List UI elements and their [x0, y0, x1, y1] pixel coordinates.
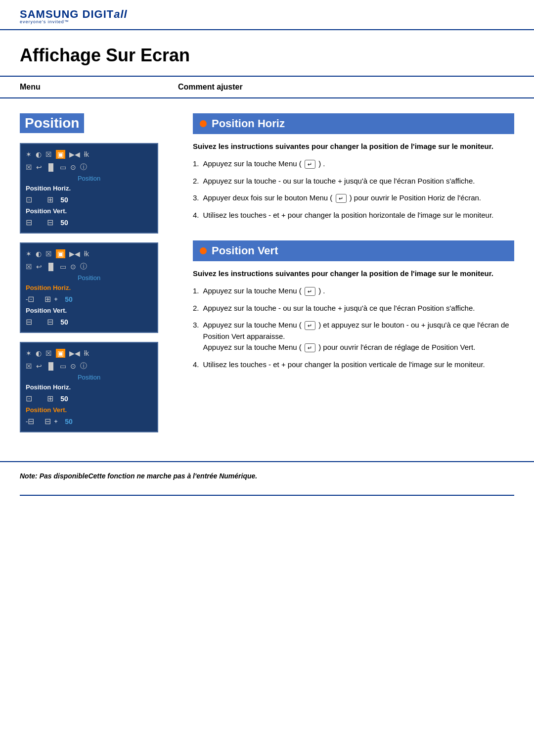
- image-icon: ☒: [45, 150, 52, 158]
- position-horiz-title: Position Horiz: [193, 113, 514, 134]
- vert-title-text: Position Vert: [212, 244, 278, 257]
- horiz-step-2: 2. Appuyez sur la touche - ou sur la tou…: [193, 176, 514, 187]
- circle-icon-3: ⊙: [70, 362, 76, 370]
- contrast-icon-3: ◐: [36, 349, 42, 357]
- clock-icon-2: łk: [84, 250, 89, 258]
- bars-icon-2: ▐▌: [46, 263, 56, 271]
- section-label: Position: [20, 113, 84, 133]
- position-vert-title: Position Vert: [193, 240, 514, 261]
- rect-icon-2: ▭: [60, 263, 66, 271]
- bars-icon-3: ▐▌: [46, 362, 56, 370]
- osd-row-horiz-3: Position Horiz.: [26, 382, 152, 392]
- menu-icon-inline-1: ↵: [305, 160, 315, 169]
- horiz-icons-3: ⊡ ⊞: [26, 394, 53, 403]
- main-content: Position ✶ ◐ ☒ ▣ ▶◀ łk ☒ ↩ ▐▌ ▭ ⊙ ⓘ Posi…: [0, 98, 534, 456]
- osd-screen-1: ✶ ◐ ☒ ▣ ▶◀ łk ☒ ↩ ▐▌ ▭ ⊙ ⓘ Position Posi…: [20, 143, 158, 234]
- vert-icons-1: ⊟ ⊟: [26, 218, 53, 227]
- osd-icons-row-3: ✶ ◐ ☒ ▣ ▶◀ łk: [26, 247, 152, 260]
- vert-steps: 1. Appuyez sur la touche Menu ( ↵ ) . 2.…: [193, 285, 514, 370]
- horiz-label-1: Position Horiz.: [26, 185, 152, 192]
- horiz-label-2: Position Horiz.: [26, 284, 152, 291]
- image-icon-2: ☒: [45, 250, 52, 258]
- right-column: Position Horiz Suivez les instructions s…: [193, 113, 514, 441]
- horiz-right-icon-3: ⊞: [47, 394, 53, 403]
- horiz-step-1: 1. Appuyez sur la touche Menu ( ↵ ) .: [193, 158, 514, 170]
- osd-icons-row-5: ✶ ◐ ☒ ▣ ▶◀ łk: [26, 347, 152, 360]
- bars-icon: ▐▌: [46, 163, 56, 171]
- footer-line: [20, 495, 514, 496]
- osd-row-horiz-2: Position Horiz.: [26, 283, 152, 293]
- arrow-icon-3: ↩: [36, 362, 42, 370]
- osd-row-horiz-icons-3: ⊡ ⊞ 50: [26, 392, 152, 405]
- position-icon: ▣: [56, 150, 65, 159]
- vert-icons-3: ⊟ ⊟ +: [28, 417, 57, 426]
- menu-icon-inline-5: ↵: [305, 343, 315, 352]
- horiz-dot: [200, 120, 207, 127]
- contrast-icon-2: ◐: [36, 250, 42, 258]
- horiz-val-2: 50: [58, 295, 73, 303]
- osd-label-1: Position: [26, 174, 152, 183]
- osd-row-vert-icons-2: ⊟ ⊟ 50: [26, 316, 152, 328]
- vert-left-icon-2: ⊟: [26, 317, 32, 327]
- horiz-left-icon-1: ⊡: [26, 195, 32, 204]
- info-icon-3: ⓘ: [80, 362, 87, 371]
- section-label-text: Position: [25, 115, 79, 131]
- osd-label-3: Position: [26, 373, 152, 382]
- brightness-icon: ✶: [26, 150, 32, 158]
- horiz-step-4: 4. Utilisez les touches - et + pour chan…: [193, 210, 514, 221]
- position-icon-2: ▣: [56, 249, 65, 258]
- osd-icons-row-1: ✶ ◐ ☒ ▣ ▶◀ łk: [26, 148, 152, 161]
- video-icon-3: ▶◀: [69, 349, 80, 357]
- vert-label-2: Position Vert.: [26, 307, 152, 314]
- rect-icon: ▭: [60, 163, 66, 171]
- brand-name: SAMSUNG DIGITall: [20, 9, 514, 20]
- menu-icon-inline-2: ↵: [336, 194, 347, 203]
- circle-icon-2: ⊙: [70, 263, 76, 271]
- osd-icons-row-6: ☒ ↩ ▐▌ ▭ ⊙ ⓘ: [26, 360, 152, 373]
- horiz-steps: 1. Appuyez sur la touche Menu ( ↵ ) . 2.…: [193, 158, 514, 221]
- horiz-subtitle: Suivez les instructions suivantes pour c…: [193, 141, 514, 151]
- horiz-label-3: Position Horiz.: [26, 383, 152, 391]
- osd-row-horiz-icons-2: - ⊡ ⊞ + 50: [26, 293, 152, 305]
- osd-row-vert-icons-3: - ⊟ ⊟ + 50: [26, 415, 152, 427]
- envelope-icon-3: ☒: [26, 362, 32, 370]
- arrow-icon-2: ↩: [36, 263, 42, 271]
- brightness-icon-2: ✶: [26, 250, 32, 258]
- horiz-right-icon-1: ⊞: [47, 195, 53, 204]
- horiz-icons-1: ⊡ ⊞: [26, 195, 53, 204]
- osd-row-horiz-1: Position Horiz.: [26, 183, 152, 193]
- header: SAMSUNG DIGITall everyone's invited™: [0, 0, 534, 30]
- vert-dot: [200, 247, 207, 254]
- osd-screen-2: ✶ ◐ ☒ ▣ ▶◀ łk ☒ ↩ ▐▌ ▭ ⊙ ⓘ Position Posi…: [20, 242, 158, 333]
- image-icon-3: ☒: [45, 349, 52, 357]
- vert-val-3: 50: [58, 418, 73, 425]
- vert-label-3: Position Vert.: [26, 406, 152, 414]
- contrast-icon: ◐: [36, 150, 42, 158]
- brightness-icon-3: ✶: [26, 349, 32, 357]
- menu-icon-inline-4: ↵: [305, 321, 315, 330]
- vert-left-icon-3: ⊟: [28, 417, 34, 426]
- page-title: Affichage Sur Ecran: [20, 45, 514, 66]
- horiz-val-1: 50: [53, 196, 68, 204]
- arrow-icon: ↩: [36, 163, 42, 171]
- vert-icons-2: ⊟ ⊟: [26, 317, 53, 327]
- vert-right-icon-1: ⊟: [47, 218, 53, 227]
- osd-screen-3: ✶ ◐ ☒ ▣ ▶◀ łk ☒ ↩ ▐▌ ▭ ⊙ ⓘ Position Posi…: [20, 342, 158, 432]
- horiz-left-icon-2: ⊡: [28, 294, 34, 304]
- info-icon-2: ⓘ: [80, 262, 87, 271]
- how-column-header: Comment ajuster: [178, 83, 514, 92]
- vert-subtitle: Suivez les instructions suivantes pour c…: [193, 268, 514, 279]
- horiz-val-3: 50: [53, 395, 68, 403]
- vert-left-icon-1: ⊟: [26, 218, 32, 227]
- osd-row-vert-2: Position Vert.: [26, 305, 152, 316]
- video-icon-2: ▶◀: [69, 250, 80, 258]
- samsung-logo: SAMSUNG DIGITall everyone's invited™: [20, 9, 514, 24]
- position-horiz-subsection: Position Horiz Suivez les instructions s…: [193, 113, 514, 221]
- left-column: Position ✶ ◐ ☒ ▣ ▶◀ łk ☒ ↩ ▐▌ ▭ ⊙ ⓘ Posi…: [20, 113, 173, 441]
- vert-step-1: 1. Appuyez sur la touche Menu ( ↵ ) .: [193, 285, 514, 297]
- horiz-icons-2: ⊡ ⊞ +: [28, 294, 57, 304]
- menu-column-header: Menu: [20, 83, 178, 92]
- envelope-icon-2: ☒: [26, 263, 32, 271]
- page-title-section: Affichage Sur Ecran: [0, 30, 534, 77]
- tagline: everyone's invited™: [20, 20, 514, 24]
